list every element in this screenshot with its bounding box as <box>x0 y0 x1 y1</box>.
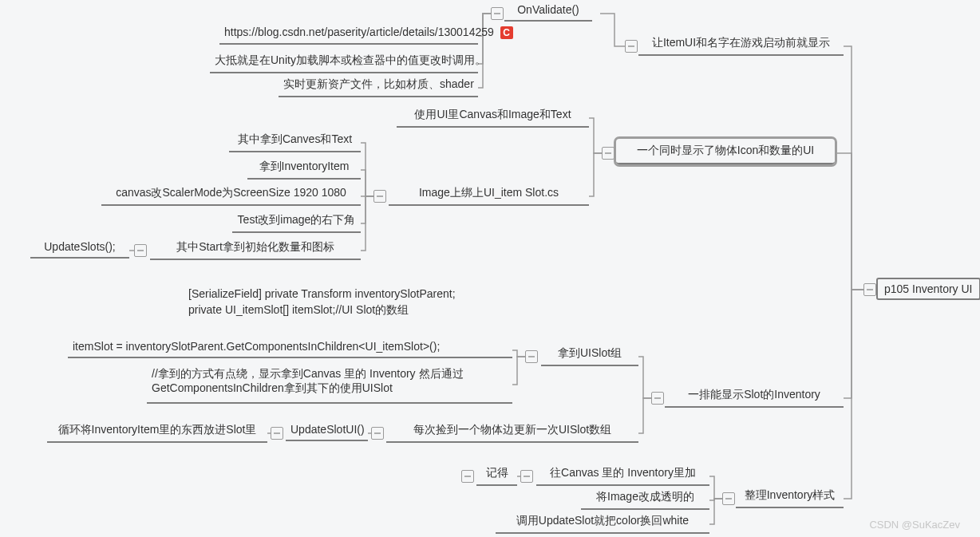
node-c-c2-sub-sub[interactable]: 循环将InventoryItem里的东西放进Slot里 <box>47 421 267 443</box>
node-label: 拿到InventoryItem <box>259 160 350 172</box>
node-label: 让ItemUI和名字在游戏启动前就显示 <box>652 36 830 49</box>
collapse-icon[interactable] <box>525 350 538 363</box>
watermark-text: CSDN @SuKacZev <box>869 519 960 531</box>
node-label: UpdateSlots(); <box>44 240 115 253</box>
node-c-c1-1[interactable]: //拿到的方式有点绕，显示拿到Canvas 里的 Inventory 然后通过G… <box>147 365 512 404</box>
node-label: 整理Inventory样式 <box>745 488 836 501</box>
collapse-icon[interactable] <box>134 244 147 257</box>
node-b-c2[interactable]: Image上绑上UI_item Slot.cs <box>389 184 589 206</box>
node-label: //拿到的方式有点绕，显示拿到Canvas 里的 Inventory 然后通过G… <box>152 367 464 394</box>
node-label: itemSlot = inventorySlotParent.GetCompon… <box>73 340 440 353</box>
node-b-selected[interactable]: 一个同时显示了物体Icon和数量的UI <box>616 139 835 164</box>
node-label: 每次捡到一个物体边更新一次UISlot数组 <box>413 423 611 436</box>
node-c-c2[interactable]: 每次捡到一个物体边更新一次UISlot数组 <box>386 421 638 443</box>
collapse-icon[interactable] <box>602 147 614 160</box>
node-b-c2-2[interactable]: canvas改ScalerMode为ScreenSize 1920 1080 <box>101 184 361 206</box>
collapse-icon[interactable] <box>520 470 533 483</box>
node-d-0-sub[interactable]: 记得 <box>476 464 517 486</box>
node-label: 往Canvas 里的 Inventory里加 <box>550 466 696 479</box>
node-a[interactable]: 让ItemUI和名字在游戏启动前就显示 <box>638 34 844 56</box>
node-c-c1-0[interactable]: itemSlot = inventorySlotParent.GetCompon… <box>68 338 512 358</box>
node-a-sub[interactable]: OnValidate() <box>504 2 592 22</box>
node-c-c1[interactable]: 拿到UISlot组 <box>541 345 638 366</box>
collapse-icon[interactable] <box>491 7 504 20</box>
collapse-icon[interactable] <box>271 427 283 440</box>
node-label: 记得 <box>486 466 508 479</box>
node-label: Test改到image的右下角 <box>238 213 356 226</box>
node-label: 大抵就是在Unity加载脚本或检查器中的值更改时调用。 <box>215 53 486 66</box>
collapse-icon[interactable] <box>373 190 386 203</box>
node-d[interactable]: 整理Inventory样式 <box>736 487 844 508</box>
node-c[interactable]: 一排能显示Slot的Inventory <box>665 386 844 408</box>
collapse-icon[interactable] <box>371 427 384 440</box>
node-label: 一个同时显示了物体Icon和数量的UI <box>637 144 814 156</box>
node-label: UpdateSlotUI() <box>290 423 365 436</box>
code-text: private UI_itemSlot[] itemSlot;//UI Slot… <box>188 303 409 316</box>
node-d-1[interactable]: 将Image改成透明的 <box>581 488 709 510</box>
node-label: https://blog.csdn.net/paserity/article/d… <box>224 26 494 38</box>
node-a-2[interactable]: 实时更新资产文件，比如材质、shader <box>279 76 478 97</box>
node-b-c2-4[interactable]: 其中Start拿到初始化数量和图标 <box>150 239 361 260</box>
node-b-c2-4-sub[interactable]: UpdateSlots(); <box>30 239 129 259</box>
node-label: 拿到UISlot组 <box>558 346 622 359</box>
node-b-c2-3[interactable]: Test改到image的右下角 <box>232 211 361 233</box>
node-a-1[interactable]: 大抵就是在Unity加载脚本或检查器中的值更改时调用。 <box>210 52 478 73</box>
mindmap-stage: p105 Inventory UI 让ItemUI和名字在游戏启动前就显示 On… <box>0 0 980 537</box>
node-label: 使用UI里Canvas和Image和Text <box>414 108 571 120</box>
code-text: [SerializeField] private Transform inven… <box>188 287 456 300</box>
collapse-icon[interactable] <box>625 40 638 53</box>
node-label: 其中Start拿到初始化数量和图标 <box>176 240 334 253</box>
code-line-1: private UI_itemSlot[] itemSlot;//UI Slot… <box>188 303 409 318</box>
node-b-c1[interactable]: 使用UI里Canvas和Image和Text <box>397 106 589 128</box>
node-label: OnValidate() <box>517 3 579 16</box>
node-b-c2-1[interactable]: 拿到InventoryItem <box>247 158 361 180</box>
node-label: Image上绑上UI_item Slot.cs <box>419 186 559 199</box>
watermark: CSDN @SuKacZev <box>869 519 960 531</box>
node-c-c2-sub[interactable]: UpdateSlotUI() <box>286 421 368 441</box>
node-b-c2-0[interactable]: 其中拿到Canves和Text <box>229 131 361 152</box>
node-label: 其中拿到Canves和Text <box>238 132 352 145</box>
node-label: 将Image改成透明的 <box>596 490 694 503</box>
collapse-icon[interactable] <box>863 283 876 296</box>
code-line-0: [SerializeField] private Transform inven… <box>188 287 456 300</box>
collapse-icon[interactable] <box>461 470 474 483</box>
node-label: 调用UpdateSlot就把color换回white <box>516 514 689 527</box>
collapse-icon[interactable] <box>722 492 735 505</box>
root-node[interactable]: p105 Inventory UI <box>876 278 980 300</box>
collapse-icon[interactable] <box>651 392 664 405</box>
node-d-0[interactable]: 往Canvas 里的 Inventory里加 <box>536 464 709 486</box>
node-label: 实时更新资产文件，比如材质、shader <box>283 77 474 90</box>
connector-lines <box>0 0 980 537</box>
node-label: canvas改ScalerMode为ScreenSize 1920 1080 <box>116 186 346 199</box>
node-d-2[interactable]: 调用UpdateSlot就把color换回white <box>496 512 709 534</box>
csdn-icon: C <box>500 26 513 39</box>
node-label: 循环将InventoryItem里的东西放进Slot里 <box>58 423 257 436</box>
node-label: 一排能显示Slot的Inventory <box>688 388 820 401</box>
node-label: p105 Inventory UI <box>884 282 973 295</box>
node-a-0[interactable]: https://blog.csdn.net/paserity/article/d… <box>219 24 478 45</box>
